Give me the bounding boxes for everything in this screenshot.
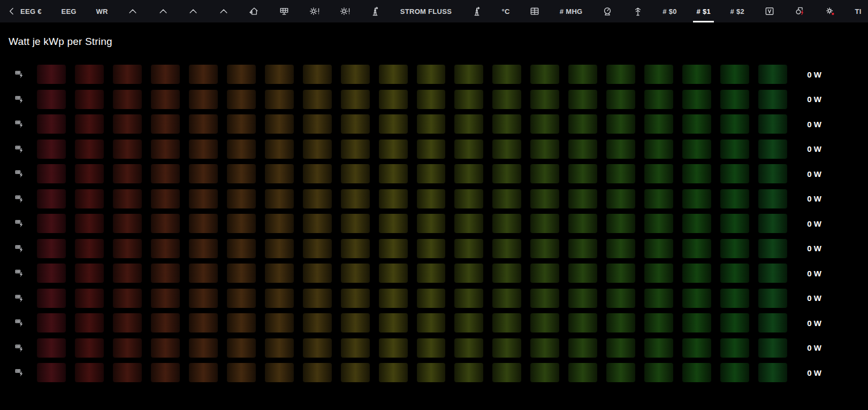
gauge-cell [530, 289, 559, 308]
gauge-cells [37, 140, 787, 159]
tab-s1[interactable]: # $1 [693, 0, 714, 22]
tab-mhg[interactable]: # MHG [557, 0, 586, 22]
gauge-cell [113, 313, 142, 332]
gauge-cell [113, 114, 142, 134]
gauge-cell [265, 214, 294, 233]
gauge-cell [758, 289, 787, 308]
gauge-cell [113, 164, 142, 183]
gauge-cell [341, 214, 370, 233]
gauge-cell [37, 65, 66, 84]
tab-grid-import[interactable] [468, 0, 485, 22]
string-value: 0 W [798, 244, 821, 253]
gauge-cell [303, 90, 332, 109]
gauge-cell [379, 363, 408, 382]
gauge-cell [454, 363, 483, 382]
tab-grid-export[interactable] [367, 0, 384, 22]
tab-label: # $2 [730, 7, 745, 16]
gauge-cells [37, 164, 787, 183]
gauge-cell [644, 140, 673, 159]
gauge-cell [265, 65, 294, 84]
gauge-cell [113, 189, 142, 208]
gauge-cell [151, 264, 180, 283]
solar-power-icon [14, 169, 24, 179]
gauge-cell [37, 338, 66, 358]
tab-wr[interactable]: WR [93, 0, 111, 22]
voltage-box-icon [764, 6, 775, 17]
gauge-cell [682, 313, 711, 332]
string-row: 0 W [14, 264, 821, 283]
tab-strom-fluss[interactable]: STROM FLUSS [397, 0, 455, 22]
gauge-cell [644, 264, 673, 283]
solar-power-icon [14, 119, 24, 129]
string-value: 0 W [798, 319, 821, 328]
gauge-cell [75, 214, 104, 233]
gauge-cell [644, 114, 673, 134]
gauge-cell [75, 239, 104, 258]
gauge-cell [644, 239, 673, 258]
tab-eeg[interactable]: EEG [58, 0, 79, 22]
gauge-cell [758, 164, 787, 183]
tab-pump-alert[interactable] [791, 0, 808, 22]
tab-label: EEG [61, 7, 76, 16]
gauge-cell [568, 114, 597, 134]
tab-meter[interactable] [599, 0, 616, 22]
gauge-cell [151, 90, 180, 109]
gauge-cell [379, 140, 408, 159]
gauge-cell [682, 363, 711, 382]
gauge-cell [720, 90, 749, 109]
gauge-cell [265, 264, 294, 283]
gauge-cell [341, 140, 370, 159]
gauge-cell [265, 140, 294, 159]
gauge-cell [492, 313, 521, 332]
gauge-cell [758, 140, 787, 159]
gauge-cell [682, 239, 711, 258]
string-value: 0 W [798, 293, 821, 303]
gauge-cell [720, 164, 749, 183]
tab-solar-panel[interactable] [276, 0, 293, 22]
tab-eeg-eur[interactable]: EEG € [3, 0, 45, 22]
tab-temperature[interactable]: °C [498, 0, 513, 22]
meter-icon [602, 6, 613, 17]
tab-ti[interactable]: TI [852, 0, 865, 22]
gauge-cell [189, 289, 218, 308]
tab-inverter-4[interactable] [215, 0, 232, 22]
tab-label: # MHG [560, 7, 583, 16]
tab-home-export[interactable] [246, 0, 263, 22]
tab-inverter-2[interactable] [155, 0, 172, 22]
gauge-cell [454, 214, 483, 233]
gauge-cell [341, 313, 370, 332]
gauge-cell [644, 289, 673, 308]
tab-sun-alert-1[interactable] [306, 0, 323, 22]
gauge-cell [606, 239, 635, 258]
gauge-cell [606, 264, 635, 283]
chevron-up-icon [158, 6, 169, 17]
tab-table[interactable] [526, 0, 543, 22]
gauge-cell [113, 239, 142, 258]
table-rows-icon [529, 6, 540, 17]
tab-pylon[interactable] [629, 0, 646, 22]
gauge-cell [189, 65, 218, 84]
solar-power-icon [14, 95, 24, 104]
gauge-cell [568, 140, 597, 159]
gauge-cell [530, 140, 559, 159]
tab-sun-alert-2[interactable] [337, 0, 354, 22]
gauge-cell [606, 164, 635, 183]
gauge-cell [720, 289, 749, 308]
gauge-cell [720, 239, 749, 258]
tab-s2[interactable]: # $2 [727, 0, 748, 22]
string-value: 0 W [798, 70, 821, 79]
gauge-cell [568, 363, 597, 382]
gauge-cell [530, 214, 559, 233]
gauge-cell [379, 189, 408, 208]
gauge-cell [379, 289, 408, 308]
tab-voltage[interactable] [761, 0, 778, 22]
tab-gear-alert[interactable] [821, 0, 839, 22]
tab-inverter-3[interactable] [185, 0, 202, 22]
tab-s0[interactable]: # $0 [659, 0, 680, 22]
string-row: 0 W [14, 363, 821, 382]
gauge-cell [151, 239, 180, 258]
gauge-cell [720, 214, 749, 233]
solar-power-icon [14, 144, 24, 154]
gauge-cell [37, 164, 66, 183]
tab-inverter-1[interactable] [124, 0, 141, 22]
